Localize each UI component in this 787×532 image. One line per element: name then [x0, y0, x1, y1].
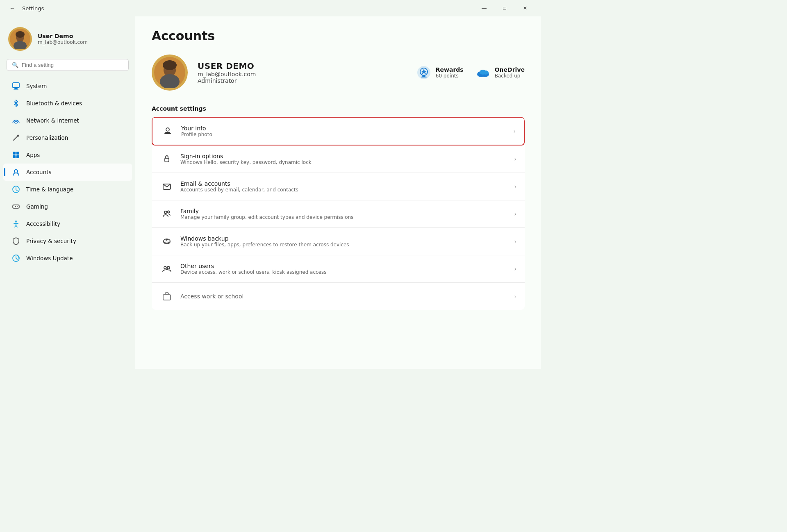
rewards-badge[interactable]: Rewards 60 points — [416, 65, 464, 80]
onedrive-label: OneDrive — [495, 66, 525, 73]
your-info-arrow: › — [513, 128, 516, 134]
rewards-label: Rewards — [436, 66, 464, 73]
section-label: Account settings — [152, 105, 525, 112]
minimize-button[interactable]: — — [475, 2, 494, 15]
sidebar-item-gaming[interactable]: Gaming — [3, 198, 132, 215]
sidebar-item-accounts[interactable]: Accounts — [3, 164, 132, 181]
svg-point-9 — [16, 123, 17, 124]
nav-menu: System Bluetooth & devices Network & int… — [0, 77, 135, 267]
svg-rect-13 — [16, 152, 19, 155]
svg-point-3 — [16, 31, 25, 38]
signin-text: Sign-in options Windows Hello, security … — [180, 153, 507, 165]
sidebar-item-accounts-label: Accounts — [26, 169, 52, 175]
sidebar-item-network[interactable]: Network & internet — [3, 112, 132, 129]
svg-rect-14 — [13, 155, 16, 158]
signin-arrow: › — [514, 156, 516, 162]
settings-item-email[interactable]: Email & accounts Accounts used by email,… — [152, 173, 525, 200]
family-title: Family — [180, 208, 507, 214]
email-title: Email & accounts — [180, 180, 507, 187]
search-icon: 🔍 — [12, 62, 18, 68]
svg-point-23 — [17, 206, 18, 207]
backup-arrow: › — [514, 238, 516, 245]
accessibility-icon — [11, 219, 20, 228]
svg-point-16 — [14, 170, 18, 173]
sidebar-item-apps-label: Apps — [26, 152, 40, 158]
svg-rect-15 — [16, 155, 19, 158]
sidebar-item-system[interactable]: System — [3, 77, 132, 95]
titlebar: ← Settings — □ ✕ — [0, 0, 541, 16]
sidebar-user-profile[interactable]: User Demo m_lab@outlook.com — [0, 23, 135, 59]
user-card-name: USER DEMO — [198, 61, 406, 71]
svg-line-19 — [16, 190, 17, 191]
your-info-desc: Profile photo — [181, 132, 507, 137]
maximize-button[interactable]: □ — [495, 2, 514, 15]
other-users-desc: Device access, work or school users, kio… — [180, 269, 507, 275]
sidebar-item-network-label: Network & internet — [26, 117, 79, 124]
bluetooth-icon — [11, 99, 20, 108]
svg-rect-6 — [14, 89, 18, 90]
svg-rect-37 — [422, 75, 425, 77]
backup-icon — [160, 234, 174, 248]
app-title: Settings — [22, 5, 471, 11]
settings-item-signin[interactable]: Sign-in options Windows Hello, security … — [152, 146, 525, 173]
svg-point-33 — [163, 60, 177, 70]
svg-rect-38 — [421, 77, 427, 77]
svg-point-53 — [164, 266, 166, 269]
onedrive-icon — [475, 65, 491, 80]
sidebar-item-time[interactable]: Time & language — [3, 181, 132, 198]
other-users-title: Other users — [180, 263, 507, 269]
sidebar-item-update-label: Windows Update — [26, 255, 73, 261]
settings-item-family[interactable]: Family Manage your family group, edit ac… — [152, 200, 525, 228]
sidebar-item-gaming-label: Gaming — [26, 203, 48, 210]
sidebar-avatar — [8, 27, 32, 51]
signin-icon — [160, 152, 174, 166]
settings-item-other-users[interactable]: Other users Device access, work or schoo… — [152, 255, 525, 283]
family-text: Family Manage your family group, edit ac… — [180, 208, 507, 220]
settings-item-your-info[interactable]: Your info Profile photo › — [152, 118, 524, 145]
apps-icon — [11, 150, 20, 159]
sidebar-item-bluetooth[interactable]: Bluetooth & devices — [3, 95, 132, 112]
sidebar-item-personalization[interactable]: Personalization — [3, 129, 132, 146]
sidebar-item-personalization-label: Personalization — [26, 134, 68, 141]
sidebar-item-time-label: Time & language — [26, 186, 73, 193]
svg-rect-12 — [13, 152, 16, 155]
svg-point-42 — [483, 70, 489, 75]
settings-item-access-work[interactable]: Access work or school › — [152, 283, 525, 310]
sidebar-item-accessibility[interactable]: Accessibility — [3, 215, 132, 232]
sidebar-item-update[interactable]: Windows Update — [3, 250, 132, 267]
rewards-text: Rewards 60 points — [436, 66, 464, 79]
svg-rect-5 — [14, 88, 18, 89]
svg-rect-44 — [165, 132, 170, 133]
sidebar-item-system-label: System — [26, 83, 47, 89]
user-card: USER DEMO m_lab@outlook.com Administrato… — [152, 55, 525, 91]
your-info-icon — [161, 124, 175, 138]
settings-item-backup[interactable]: Windows backup Back up your files, apps,… — [152, 228, 525, 255]
signin-desc: Windows Hello, security key, password, d… — [180, 159, 507, 165]
svg-rect-4 — [13, 83, 19, 88]
search-input[interactable] — [22, 62, 123, 68]
email-arrow: › — [514, 183, 516, 190]
search-box[interactable]: 🔍 — [7, 59, 129, 71]
access-work-text: Access work or school — [180, 293, 507, 300]
system-icon — [11, 82, 20, 91]
sidebar-item-privacy[interactable]: Privacy & security — [3, 232, 132, 250]
onedrive-badge[interactable]: OneDrive Backed up — [475, 65, 525, 80]
family-desc: Manage your family group, edit account t… — [180, 214, 507, 220]
your-info-text: Your info Profile photo — [181, 125, 507, 137]
email-text: Email & accounts Accounts used by email,… — [180, 180, 507, 193]
backup-desc: Back up your files, apps, preferences to… — [180, 242, 507, 248]
onedrive-text: OneDrive Backed up — [495, 66, 525, 79]
app-container: User Demo m_lab@outlook.com 🔍 System — [0, 16, 541, 369]
back-button[interactable]: ← — [7, 2, 18, 14]
sidebar: User Demo m_lab@outlook.com 🔍 System — [0, 16, 135, 369]
svg-point-11 — [17, 135, 19, 137]
svg-rect-55 — [163, 295, 171, 300]
svg-rect-46 — [165, 158, 169, 162]
backup-text: Windows backup Back up your files, apps,… — [180, 235, 507, 248]
sidebar-item-bluetooth-label: Bluetooth & devices — [26, 100, 82, 107]
user-card-email: m_lab@outlook.com — [198, 71, 406, 77]
svg-line-28 — [16, 225, 17, 227]
close-button[interactable]: ✕ — [516, 2, 535, 15]
sidebar-item-apps[interactable]: Apps — [3, 146, 132, 164]
rewards-icon — [416, 65, 432, 80]
